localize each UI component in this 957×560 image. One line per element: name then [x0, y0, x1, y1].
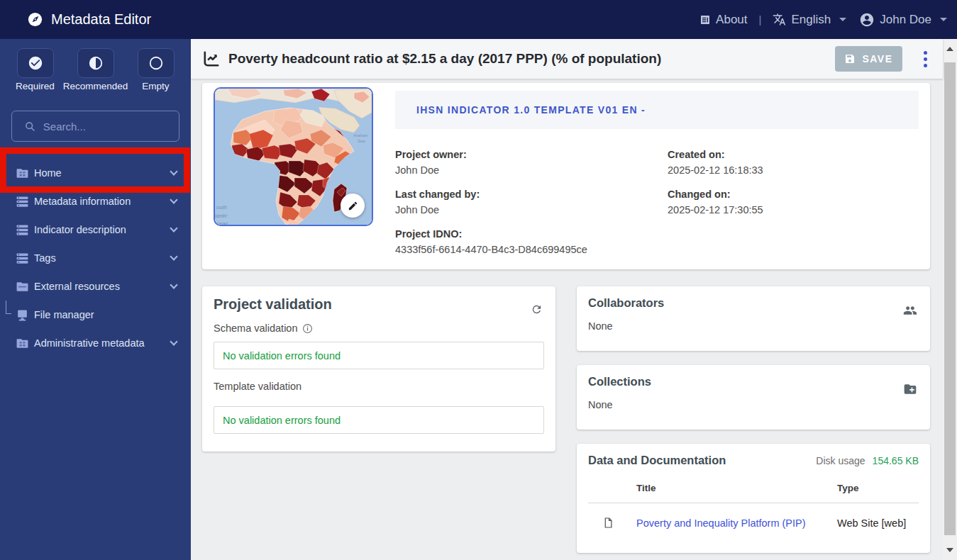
scroll-up-arrow[interactable] — [946, 47, 953, 51]
collaborators-card: Collaborators None — [577, 286, 930, 351]
app: Metadata Editor About | English John Doe — [0, 0, 957, 560]
stack-icon — [16, 223, 29, 237]
template-banner[interactable]: IHSN INDICATOR 1.0 TEMPLATE V01 EN - — [395, 91, 919, 129]
scrollbar-thumb[interactable] — [944, 62, 956, 535]
sidebar-item-metadata-information[interactable]: Metadata information — [0, 187, 191, 215]
chevron-down-icon — [170, 196, 177, 203]
chevron-down-icon — [170, 337, 177, 345]
sidebar-menu: Home Metadata information Indicator desc… — [0, 159, 191, 357]
filter-required[interactable]: Required — [5, 48, 65, 91]
project-thumbnail-map[interactable]: Arabian Sea outh lantic cean — [214, 87, 373, 226]
check-circle-icon — [28, 55, 43, 71]
disk-usage: Disk usage154.65 KB — [816, 455, 919, 466]
language-menu[interactable]: English — [773, 13, 846, 27]
collaborators-button[interactable] — [903, 303, 917, 320]
sidebar-item-label: Administrative metadata — [34, 337, 171, 349]
required-button[interactable] — [17, 48, 54, 78]
schema-validation-result: No validation errors found — [214, 342, 544, 369]
field-last-changed-by: Last changed by: John Doe — [395, 186, 668, 218]
language-caret-icon — [839, 18, 846, 21]
info-icon[interactable] — [302, 323, 313, 334]
save-icon — [844, 53, 856, 65]
document-icon — [602, 517, 636, 529]
user-menu[interactable]: John Doe — [859, 12, 947, 28]
recommended-button[interactable] — [77, 48, 114, 78]
collections-button[interactable] — [903, 382, 917, 399]
field-created-on: Created on: 2025-02-12 16:18:33 — [668, 147, 763, 178]
collaborators-title: Collaborators — [588, 296, 919, 310]
user-name: John Doe — [880, 13, 931, 27]
sidebar-item-indicator-description[interactable]: Indicator description — [0, 215, 191, 244]
project-validation-card: Project validation Schema validation No … — [202, 286, 555, 452]
filter-buttons: Required Recommended Empty — [0, 39, 191, 91]
pencil-icon — [348, 201, 358, 211]
resource-type: Web Site [web] — [837, 517, 906, 529]
scroll-down-arrow[interactable] — [946, 548, 953, 552]
refresh-button[interactable] — [531, 303, 543, 318]
search-input[interactable] — [43, 121, 170, 133]
navbar-separator: | — [748, 13, 773, 26]
half-circle-icon — [88, 55, 104, 71]
circle-outline-icon — [148, 55, 164, 71]
collections-title: Collections — [588, 375, 919, 388]
sidebar-item-file-manager[interactable]: File manager — [0, 301, 191, 329]
stack-icon — [16, 195, 29, 208]
validation-title: Project validation — [214, 296, 544, 313]
stack-icon — [16, 252, 29, 265]
search-icon — [25, 121, 35, 133]
sidebar-item-label: Home — [34, 167, 171, 179]
recommended-label: Recommended — [63, 81, 128, 91]
compass-logo-icon — [27, 11, 43, 28]
save-label: SAVE — [862, 53, 892, 65]
svg-text:lantic: lantic — [215, 213, 228, 219]
sidebar-item-label: File manager — [34, 309, 179, 320]
sidebar-item-administrative-metadata[interactable]: Administrative metadata — [0, 329, 191, 357]
folder-grid-icon — [16, 337, 29, 350]
sidebar-item-external-resources[interactable]: External resources — [0, 272, 191, 301]
empty-button[interactable] — [138, 48, 175, 78]
svg-text:cean: cean — [216, 220, 228, 225]
content-header: Poverty headcount ratio at $2.15 a day (… — [191, 39, 943, 79]
map-sea-label: Arabian — [353, 133, 368, 138]
collaborators-value: None — [588, 320, 919, 332]
refresh-icon — [531, 303, 543, 315]
schema-validation-label: Schema validation — [214, 323, 544, 334]
sidebar-item-tags[interactable]: Tags — [0, 244, 191, 272]
navbar-right: About | English John Doe — [699, 12, 947, 28]
edit-thumbnail-button[interactable] — [341, 194, 365, 218]
project-info-card: Arabian Sea outh lantic cean IHSN INDICA… — [202, 83, 930, 269]
user-caret-icon — [940, 18, 947, 21]
template-validation-label: Template validation — [214, 381, 544, 392]
sidebar-item-label: External resources — [34, 281, 171, 292]
svg-text:Sea: Sea — [358, 139, 365, 143]
collections-card: Collections None — [577, 365, 930, 430]
filter-recommended[interactable]: Recommended — [65, 48, 126, 91]
table-row: Poverty and Inequality Platform (PIP) We… — [588, 503, 919, 542]
folder-plus-icon — [903, 382, 917, 396]
project-fields: Project owner: John Doe Last changed by:… — [395, 147, 919, 266]
about-menu[interactable]: About — [699, 13, 747, 27]
more-options-button[interactable] — [919, 48, 931, 70]
chevron-down-icon — [170, 224, 177, 232]
collections-value: None — [588, 399, 919, 410]
save-button[interactable]: SAVE — [835, 46, 902, 72]
language-label: English — [791, 13, 831, 27]
sidebar-item-home[interactable]: Home — [0, 159, 191, 187]
brand: Metadata Editor — [27, 11, 151, 28]
table-header: Title Type — [588, 483, 919, 493]
scrollbar[interactable] — [943, 39, 957, 560]
data-docs-title: Data and Documentation — [588, 454, 726, 467]
drive-icon — [16, 308, 29, 322]
about-icon — [699, 14, 711, 26]
column-type: Type — [837, 483, 859, 493]
sidebar-item-label: Metadata information — [34, 196, 171, 207]
field-changed-on: Changed on: 2025-02-12 17:30:55 — [668, 186, 763, 218]
sidebar-search[interactable] — [11, 111, 179, 142]
filter-empty[interactable]: Empty — [126, 48, 186, 91]
required-label: Required — [16, 81, 55, 91]
resource-link[interactable]: Poverty and Inequality Platform (PIP) — [636, 517, 837, 529]
column-title: Title — [636, 483, 837, 493]
disk-usage-value: 154.65 KB — [873, 455, 919, 466]
user-avatar-icon — [859, 12, 875, 28]
folder-grid-icon — [16, 167, 29, 180]
